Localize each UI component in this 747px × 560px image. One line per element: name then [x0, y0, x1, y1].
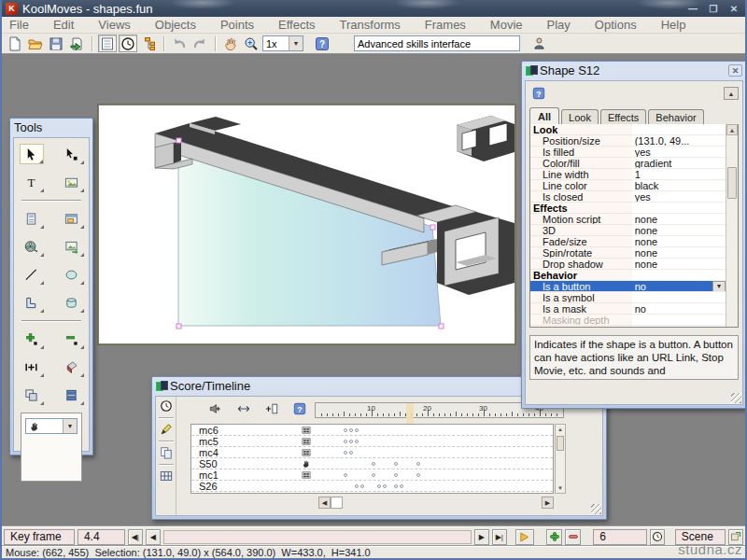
prop-value[interactable]: yes — [632, 147, 726, 158]
menu-objects[interactable]: Objects — [155, 18, 196, 32]
menu-frames[interactable]: Frames — [425, 18, 466, 32]
clock-button[interactable] — [160, 399, 173, 413]
scrollbar-thumb[interactable] — [557, 436, 564, 451]
prop-value[interactable] — [632, 270, 726, 281]
prop-row-is-a-symbol[interactable]: Is a symbol — [530, 292, 726, 303]
help-button[interactable] — [291, 401, 308, 416]
keyframe-dot[interactable] — [349, 440, 353, 443]
shape-window-close-icon[interactable]: ✕ — [728, 64, 742, 77]
prop-value[interactable]: 1 — [632, 169, 726, 180]
prop-value[interactable]: no▼ — [632, 281, 726, 292]
fill-tool[interactable] — [60, 357, 84, 377]
movie-tool[interactable] — [20, 236, 44, 257]
chevron-down-icon[interactable]: ▼ — [63, 419, 77, 433]
prop-row-line-color[interactable]: Line colorblack — [530, 180, 726, 191]
import-picture-tool[interactable] — [60, 236, 84, 257]
clock-button[interactable] — [119, 35, 137, 52]
prop-row-effects[interactable]: Effects — [530, 203, 726, 214]
maximize-button[interactable]: ❐ — [706, 3, 721, 15]
keyframe-dot[interactable] — [344, 440, 347, 443]
prop-value[interactable] — [632, 315, 726, 326]
sound-button[interactable] — [207, 401, 224, 416]
prop-value[interactable]: none — [632, 259, 726, 270]
prop-value[interactable]: black — [632, 180, 726, 191]
prop-row-3d[interactable]: 3Dnone — [530, 225, 726, 236]
hscrollbar-thumb[interactable] — [331, 497, 343, 509]
chevron-down-icon[interactable]: ▼ — [712, 281, 726, 292]
resize-grip[interactable] — [591, 504, 601, 514]
keyframe-dot[interactable] — [416, 473, 420, 477]
timeline-row-mc5[interactable]: mc5 — [191, 436, 553, 447]
scroll-up-icon[interactable]: ▲ — [556, 425, 565, 434]
redo-button[interactable] — [190, 35, 209, 52]
shape-help-button[interactable] — [529, 84, 548, 102]
ellipse-tool[interactable] — [60, 264, 84, 285]
user-mode-button[interactable] — [529, 35, 548, 52]
transform-tool[interactable] — [20, 385, 44, 405]
drawing-canvas[interactable] — [98, 105, 515, 344]
prop-row-spin-rotate[interactable]: Spin/rotatenone — [530, 247, 726, 259]
next-frame-button[interactable]: ▶ — [474, 529, 489, 545]
prop-row-is-closed[interactable]: Is closedyes — [530, 191, 726, 203]
tab-look[interactable]: Look — [561, 109, 599, 124]
property-grid-scrollbar[interactable]: ▲ — [726, 124, 738, 327]
last-frame-button[interactable]: ▶| — [492, 529, 507, 545]
prop-row-drop-shadow[interactable]: Drop shadownone — [530, 259, 726, 270]
prop-value[interactable]: gradient — [632, 158, 726, 169]
tab-behavior[interactable]: Behavior — [648, 109, 703, 124]
tools-window-titlebar[interactable]: Tools — [10, 119, 92, 135]
tool-mode-select[interactable]: ▼ — [25, 418, 78, 434]
prop-row-motion-script[interactable]: Motion scriptnone — [530, 214, 726, 225]
timeline-row-mc6[interactable]: mc6 — [191, 425, 553, 436]
save-button[interactable] — [47, 35, 65, 52]
select-tool[interactable] — [20, 144, 44, 164]
prop-row-fade-size[interactable]: Fade/sizenone — [530, 236, 726, 247]
zoom-select[interactable]: 1x ▼ — [262, 35, 303, 51]
prop-row-masking-depth[interactable]: Masking depth — [530, 315, 726, 326]
scroll-up-icon[interactable]: ▲ — [726, 124, 738, 135]
prop-value[interactable]: (131.0, 49... — [632, 135, 726, 147]
help-button[interactable] — [313, 35, 331, 52]
library-tool[interactable] — [60, 208, 84, 229]
menu-points[interactable]: Points — [220, 18, 254, 32]
harrow-button[interactable] — [235, 401, 252, 416]
keyframe-dot[interactable] — [344, 451, 347, 455]
shape-window-titlebar[interactable]: Shape S12 ✕ — [522, 62, 746, 78]
keyframe-dot[interactable] — [394, 484, 398, 488]
prop-row-line-width[interactable]: Line width1 — [530, 169, 726, 180]
copy-button[interactable] — [160, 446, 173, 459]
keyframe-dot[interactable] — [400, 484, 403, 488]
keyframe-dot[interactable] — [344, 473, 347, 477]
keyframe-dot[interactable] — [416, 462, 420, 466]
undo-button[interactable] — [170, 35, 189, 52]
prop-value[interactable]: linear twe... — [632, 326, 726, 327]
scroll-up-button[interactable]: ▲ — [724, 87, 739, 100]
prop-row-color-fill[interactable]: Color/fillgradient — [530, 158, 726, 169]
resize-grip[interactable] — [731, 393, 741, 403]
tab-all[interactable]: All — [529, 107, 559, 124]
prop-row-ease-in-out[interactable]: Ease in/outlinear twe... — [530, 326, 726, 327]
scroll-down-icon[interactable]: ▼ — [556, 483, 565, 493]
rounded-shape-tool[interactable] — [60, 292, 84, 313]
timeline-row-s26[interactable]: S26 — [191, 481, 553, 492]
keyframe-dot[interactable] — [355, 428, 359, 432]
menu-play[interactable]: Play — [547, 18, 571, 32]
skills-interface-select[interactable]: Advanced skills interface — [354, 35, 520, 51]
prop-value[interactable] — [632, 203, 726, 214]
chevron-down-icon[interactable]: ▼ — [289, 36, 303, 50]
timeline-vscrollbar[interactable]: ▲ ▼ — [555, 424, 566, 494]
timeline-row-mc4[interactable]: mc4 — [191, 447, 553, 458]
export-button[interactable] — [67, 35, 86, 52]
tree-button[interactable] — [139, 35, 158, 52]
timeline-hscrollbar[interactable]: ◀ ▶ — [190, 497, 554, 509]
scroll-left-icon[interactable]: ◀ — [318, 497, 331, 509]
timeline-row-s50[interactable]: S50 — [191, 458, 553, 469]
tween-clock-button[interactable] — [650, 529, 665, 545]
hand-button[interactable] — [221, 35, 240, 52]
close-button[interactable]: ✕ — [726, 3, 741, 15]
first-frame-button[interactable]: ◀| — [128, 529, 143, 545]
text-tool[interactable] — [20, 172, 44, 192]
point-select-tool[interactable] — [60, 144, 84, 164]
menu-effects[interactable]: Effects — [278, 18, 316, 32]
polygon-tool[interactable] — [20, 292, 44, 313]
